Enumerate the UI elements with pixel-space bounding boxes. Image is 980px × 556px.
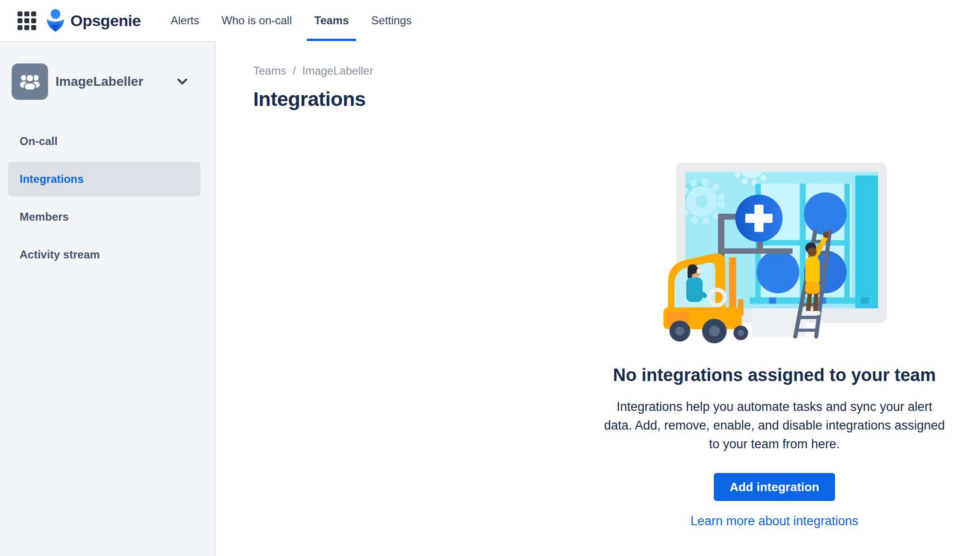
chevron-down-icon: [177, 78, 187, 85]
sidebar-item-activity-stream[interactable]: Activity stream: [8, 237, 200, 272]
product-name: Opsgenie: [70, 12, 141, 30]
integrations-empty-illustration: [658, 163, 891, 345]
sidebar-item-members[interactable]: Members: [8, 200, 200, 234]
nav-tab-settings[interactable]: Settings: [364, 0, 419, 41]
team-sidebar: ImageLabeller On-call Integrations Membe…: [0, 41, 215, 556]
learn-more-link[interactable]: Learn more about integrations: [690, 514, 858, 528]
team-avatar: [12, 63, 48, 100]
empty-state-description-line: to your team from here.: [579, 435, 970, 453]
empty-state-description: Integrations help you automate tasks and…: [579, 397, 970, 453]
nav-tab-alerts[interactable]: Alerts: [163, 0, 207, 41]
opsgenie-logo-icon: [45, 9, 66, 32]
team-header: ImageLabeller: [0, 42, 214, 100]
nav-tab-teams[interactable]: Teams: [307, 0, 356, 41]
team-people-icon: [19, 72, 41, 91]
sidebar-item-on-call[interactable]: On-call: [8, 124, 200, 159]
breadcrumb: Teams / ImageLabeller: [253, 64, 980, 77]
breadcrumb-imagelabeller[interactable]: ImageLabeller: [302, 64, 373, 77]
product-logo[interactable]: Opsgenie: [45, 9, 141, 32]
empty-state-description-line: data. Add, remove, enable, and disable i…: [579, 416, 970, 435]
empty-state-description-line: Integrations help you automate tasks and…: [579, 397, 970, 416]
breadcrumb-separator: /: [293, 64, 296, 77]
team-switcher-button[interactable]: [177, 78, 187, 85]
team-sidebar-nav: On-call Integrations Members Activity st…: [0, 124, 214, 272]
sidebar-item-integrations[interactable]: Integrations: [8, 162, 200, 196]
add-integration-button[interactable]: Add integration: [714, 473, 835, 501]
primary-nav: Alerts Who is on-call Teams Settings: [163, 0, 427, 41]
main-content: Teams / ImageLabeller Integrations: [215, 41, 980, 556]
app-switcher-button[interactable]: [15, 9, 38, 32]
nav-tab-who-is-on-call[interactable]: Who is on-call: [214, 0, 299, 41]
topbar: Opsgenie Alerts Who is on-call Teams Set…: [0, 0, 980, 41]
integrations-empty-state: No integrations assigned to your team In…: [579, 163, 970, 528]
breadcrumb-teams[interactable]: Teams: [253, 64, 286, 77]
app-grid-icon: [16, 10, 38, 32]
empty-state-title: No integrations assigned to your team: [579, 365, 970, 385]
page-title: Integrations: [253, 88, 980, 111]
team-name: ImageLabeller: [55, 74, 143, 89]
